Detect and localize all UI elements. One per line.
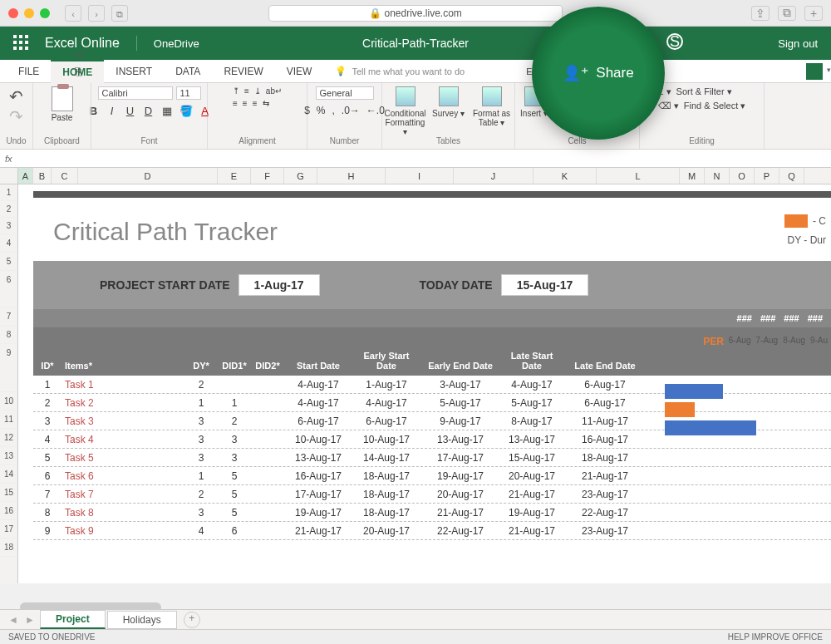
col-D[interactable]: D: [78, 168, 218, 184]
conditional-formatting-button[interactable]: Conditional Formatting ▾: [384, 86, 427, 136]
row-9[interactable]: 9: [0, 344, 17, 392]
sheet-tab-holidays[interactable]: Holidays: [107, 611, 177, 629]
row-13[interactable]: 13: [0, 447, 17, 465]
share-icon[interactable]: ⇪: [751, 6, 770, 21]
wrap-text-icon[interactable]: ab↵: [266, 86, 282, 96]
find-select-button[interactable]: Find & Select ▾: [684, 101, 745, 111]
row-12[interactable]: 12: [0, 429, 17, 447]
row-11[interactable]: 11: [0, 410, 17, 429]
paste-button[interactable]: Paste: [52, 113, 73, 122]
align-center-icon[interactable]: ≡: [243, 99, 248, 108]
col-I[interactable]: I: [386, 168, 454, 184]
comma-icon[interactable]: ,: [332, 105, 335, 116]
col-E[interactable]: E: [218, 168, 251, 184]
col-M[interactable]: M: [680, 168, 705, 184]
format-as-table-button[interactable]: Format as Table ▾: [470, 86, 514, 136]
row-16[interactable]: 16: [0, 502, 17, 520]
col-K[interactable]: K: [534, 168, 597, 184]
formula-bar[interactable]: fx: [0, 150, 831, 168]
align-left-icon[interactable]: ≡: [233, 99, 238, 108]
col-H[interactable]: H: [317, 168, 386, 184]
breadcrumb-onedrive[interactable]: OneDrive: [154, 37, 199, 50]
double-underline-button[interactable]: D: [143, 105, 155, 117]
tab-view[interactable]: VIEW: [275, 60, 324, 83]
col-P[interactable]: P: [755, 168, 779, 184]
tab-insert[interactable]: INSERT: [104, 60, 164, 83]
share-button[interactable]: 👤⁺ Share: [532, 7, 665, 140]
col-F[interactable]: F: [251, 168, 284, 184]
table-row[interactable]: 5Task 53313-Aug-1714-Aug-1717-Aug-1715-A…: [33, 449, 831, 467]
row-7[interactable]: 7: [0, 307, 17, 326]
sort-filter-button[interactable]: Sort & Filter ▾: [676, 86, 732, 97]
forward-button[interactable]: ›: [88, 5, 105, 22]
document-title[interactable]: Critical-Path-Tracker: [362, 37, 469, 50]
new-tab-icon[interactable]: +: [804, 6, 823, 21]
align-bottom-icon[interactable]: ⤓: [254, 86, 261, 96]
row-5[interactable]: 5: [0, 253, 17, 271]
undo-icon[interactable]: ↶: [9, 86, 23, 106]
skype-icon[interactable]: S: [666, 33, 683, 50]
align-right-icon[interactable]: ≡: [253, 99, 258, 108]
table-row[interactable]: 7Task 72517-Aug-1718-Aug-1720-Aug-1721-A…: [33, 485, 831, 504]
paste-icon[interactable]: [52, 86, 73, 111]
back-button[interactable]: ‹: [65, 5, 81, 22]
row-3[interactable]: 3: [0, 218, 17, 234]
row-17[interactable]: 17: [0, 520, 17, 538]
row-6[interactable]: 6: [0, 271, 17, 307]
sign-out-link[interactable]: Sign out: [778, 37, 818, 50]
table-row[interactable]: 6Task 61516-Aug-1718-Aug-1719-Aug-1720-A…: [33, 467, 831, 485]
sheet-tab-project[interactable]: Project: [40, 610, 106, 629]
row-4[interactable]: 4: [0, 234, 17, 253]
col-G[interactable]: G: [284, 168, 317, 184]
maximize-window-icon[interactable]: [40, 8, 50, 18]
redo-icon[interactable]: ↷: [9, 106, 23, 126]
tab-file[interactable]: FILE: [7, 60, 51, 83]
number-format-select[interactable]: General: [316, 86, 374, 100]
col-C[interactable]: C: [52, 168, 78, 184]
align-top-icon[interactable]: ⤒: [233, 86, 239, 96]
row-10[interactable]: 10: [0, 392, 17, 410]
project-start-value[interactable]: 1-Aug-17: [238, 274, 320, 296]
percent-icon[interactable]: %: [317, 105, 326, 116]
increase-decimal-icon[interactable]: .0→: [342, 105, 360, 116]
row-8[interactable]: 8: [0, 326, 17, 344]
col-L[interactable]: L: [597, 168, 680, 184]
sheet-nav-prev[interactable]: ◄: [5, 614, 22, 626]
align-middle-icon[interactable]: ≡: [244, 86, 249, 96]
survey-button[interactable]: Survey ▾: [427, 86, 470, 136]
font-size-select[interactable]: 11: [176, 86, 201, 100]
row-14[interactable]: 14: [0, 465, 17, 484]
table-row[interactable]: 9Task 94621-Aug-1720-Aug-1722-Aug-1721-A…: [33, 522, 831, 540]
col-O[interactable]: O: [730, 168, 755, 184]
row-18[interactable]: 18: [0, 538, 17, 557]
currency-icon[interactable]: $: [304, 105, 310, 116]
app-launcher-icon[interactable]: [13, 35, 30, 52]
col-J[interactable]: J: [454, 168, 534, 184]
add-sheet-button[interactable]: +: [184, 612, 200, 628]
italic-button[interactable]: I: [106, 105, 118, 117]
address-bar[interactable]: 🔒 onedrive.live.com: [268, 5, 563, 22]
col-A[interactable]: A: [18, 168, 33, 184]
tab-data[interactable]: DATA: [164, 60, 212, 83]
copy-icon[interactable]: ⎘: [75, 65, 85, 78]
user-menu-icon[interactable]: [806, 63, 823, 80]
border-icon[interactable]: ▦: [161, 105, 173, 117]
font-name-select[interactable]: Calibri: [98, 86, 173, 100]
col-B[interactable]: B: [33, 168, 52, 184]
sidebar-toggle-icon[interactable]: ⧉: [111, 5, 128, 22]
cut-icon[interactable]: ✂: [75, 48, 85, 61]
row-1[interactable]: 1: [0, 184, 17, 201]
col-N[interactable]: N: [705, 168, 730, 184]
row-2[interactable]: 2: [0, 201, 17, 218]
sheet-nav-next[interactable]: ►: [22, 614, 38, 626]
clear-icon[interactable]: ⌫ ▾: [658, 101, 679, 111]
select-all-triangle[interactable]: [0, 168, 18, 184]
table-row[interactable]: 8Task 83519-Aug-1718-Aug-1721-Aug-1719-A…: [33, 504, 831, 522]
spreadsheet-grid[interactable]: 123456789101112131415161718 Critical Pat…: [0, 184, 831, 583]
fill-color-icon[interactable]: 🪣: [179, 105, 193, 117]
merge-icon[interactable]: ⇆: [263, 99, 269, 108]
underline-button[interactable]: U: [125, 105, 136, 117]
col-Q[interactable]: Q: [779, 168, 804, 184]
today-date-value[interactable]: 15-Aug-17: [501, 274, 589, 296]
minimize-window-icon[interactable]: [24, 8, 34, 18]
